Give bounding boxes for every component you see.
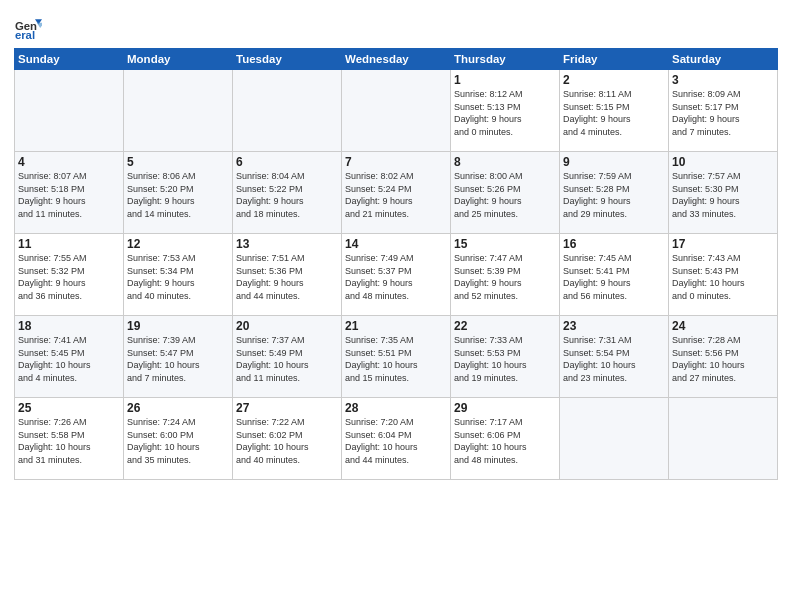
calendar-week-3: 11Sunrise: 7:55 AM Sunset: 5:32 PM Dayli…	[15, 234, 778, 316]
day-number: 23	[563, 319, 665, 333]
calendar-week-4: 18Sunrise: 7:41 AM Sunset: 5:45 PM Dayli…	[15, 316, 778, 398]
day-number: 27	[236, 401, 338, 415]
day-number: 10	[672, 155, 774, 169]
day-info: Sunrise: 7:24 AM Sunset: 6:00 PM Dayligh…	[127, 416, 229, 466]
calendar-week-1: 1Sunrise: 8:12 AM Sunset: 5:13 PM Daylig…	[15, 70, 778, 152]
calendar-cell: 12Sunrise: 7:53 AM Sunset: 5:34 PM Dayli…	[124, 234, 233, 316]
weekday-header-tuesday: Tuesday	[233, 49, 342, 70]
day-info: Sunrise: 7:26 AM Sunset: 5:58 PM Dayligh…	[18, 416, 120, 466]
day-info: Sunrise: 7:41 AM Sunset: 5:45 PM Dayligh…	[18, 334, 120, 384]
calendar-cell: 4Sunrise: 8:07 AM Sunset: 5:18 PM Daylig…	[15, 152, 124, 234]
day-info: Sunrise: 8:06 AM Sunset: 5:20 PM Dayligh…	[127, 170, 229, 220]
day-info: Sunrise: 7:20 AM Sunset: 6:04 PM Dayligh…	[345, 416, 447, 466]
calendar-cell: 8Sunrise: 8:00 AM Sunset: 5:26 PM Daylig…	[451, 152, 560, 234]
day-number: 20	[236, 319, 338, 333]
calendar-cell: 20Sunrise: 7:37 AM Sunset: 5:49 PM Dayli…	[233, 316, 342, 398]
weekday-header-friday: Friday	[560, 49, 669, 70]
calendar-cell: 17Sunrise: 7:43 AM Sunset: 5:43 PM Dayli…	[669, 234, 778, 316]
calendar-cell: 23Sunrise: 7:31 AM Sunset: 5:54 PM Dayli…	[560, 316, 669, 398]
day-number: 13	[236, 237, 338, 251]
calendar-cell	[669, 398, 778, 480]
weekday-header-sunday: Sunday	[15, 49, 124, 70]
calendar-cell	[560, 398, 669, 480]
day-number: 9	[563, 155, 665, 169]
day-info: Sunrise: 7:43 AM Sunset: 5:43 PM Dayligh…	[672, 252, 774, 302]
calendar-cell: 18Sunrise: 7:41 AM Sunset: 5:45 PM Dayli…	[15, 316, 124, 398]
calendar-cell: 25Sunrise: 7:26 AM Sunset: 5:58 PM Dayli…	[15, 398, 124, 480]
calendar-cell: 24Sunrise: 7:28 AM Sunset: 5:56 PM Dayli…	[669, 316, 778, 398]
page: Gen eral SundayMondayTuesdayWednesdayThu…	[0, 0, 792, 612]
svg-marker-3	[37, 23, 42, 28]
day-info: Sunrise: 7:28 AM Sunset: 5:56 PM Dayligh…	[672, 334, 774, 384]
calendar-cell	[233, 70, 342, 152]
weekday-header-monday: Monday	[124, 49, 233, 70]
day-info: Sunrise: 7:17 AM Sunset: 6:06 PM Dayligh…	[454, 416, 556, 466]
calendar-cell: 5Sunrise: 8:06 AM Sunset: 5:20 PM Daylig…	[124, 152, 233, 234]
calendar-cell: 7Sunrise: 8:02 AM Sunset: 5:24 PM Daylig…	[342, 152, 451, 234]
day-number: 7	[345, 155, 447, 169]
calendar-cell: 16Sunrise: 7:45 AM Sunset: 5:41 PM Dayli…	[560, 234, 669, 316]
calendar-cell: 6Sunrise: 8:04 AM Sunset: 5:22 PM Daylig…	[233, 152, 342, 234]
weekday-header-row: SundayMondayTuesdayWednesdayThursdayFrid…	[15, 49, 778, 70]
day-number: 11	[18, 237, 120, 251]
day-info: Sunrise: 8:00 AM Sunset: 5:26 PM Dayligh…	[454, 170, 556, 220]
calendar-cell: 27Sunrise: 7:22 AM Sunset: 6:02 PM Dayli…	[233, 398, 342, 480]
weekday-header-thursday: Thursday	[451, 49, 560, 70]
day-info: Sunrise: 8:09 AM Sunset: 5:17 PM Dayligh…	[672, 88, 774, 138]
logo-icon: Gen eral	[14, 14, 42, 42]
day-info: Sunrise: 8:02 AM Sunset: 5:24 PM Dayligh…	[345, 170, 447, 220]
day-info: Sunrise: 7:31 AM Sunset: 5:54 PM Dayligh…	[563, 334, 665, 384]
day-number: 5	[127, 155, 229, 169]
calendar-cell: 15Sunrise: 7:47 AM Sunset: 5:39 PM Dayli…	[451, 234, 560, 316]
day-info: Sunrise: 8:12 AM Sunset: 5:13 PM Dayligh…	[454, 88, 556, 138]
day-info: Sunrise: 7:55 AM Sunset: 5:32 PM Dayligh…	[18, 252, 120, 302]
calendar-cell: 13Sunrise: 7:51 AM Sunset: 5:36 PM Dayli…	[233, 234, 342, 316]
calendar-week-2: 4Sunrise: 8:07 AM Sunset: 5:18 PM Daylig…	[15, 152, 778, 234]
day-number: 19	[127, 319, 229, 333]
day-info: Sunrise: 7:49 AM Sunset: 5:37 PM Dayligh…	[345, 252, 447, 302]
day-number: 25	[18, 401, 120, 415]
day-number: 21	[345, 319, 447, 333]
day-info: Sunrise: 7:39 AM Sunset: 5:47 PM Dayligh…	[127, 334, 229, 384]
calendar-cell: 3Sunrise: 8:09 AM Sunset: 5:17 PM Daylig…	[669, 70, 778, 152]
calendar-cell: 28Sunrise: 7:20 AM Sunset: 6:04 PM Dayli…	[342, 398, 451, 480]
calendar-cell: 19Sunrise: 7:39 AM Sunset: 5:47 PM Dayli…	[124, 316, 233, 398]
calendar-cell	[342, 70, 451, 152]
day-number: 29	[454, 401, 556, 415]
day-number: 3	[672, 73, 774, 87]
day-info: Sunrise: 8:11 AM Sunset: 5:15 PM Dayligh…	[563, 88, 665, 138]
day-info: Sunrise: 7:37 AM Sunset: 5:49 PM Dayligh…	[236, 334, 338, 384]
calendar-cell: 21Sunrise: 7:35 AM Sunset: 5:51 PM Dayli…	[342, 316, 451, 398]
day-number: 2	[563, 73, 665, 87]
day-info: Sunrise: 7:47 AM Sunset: 5:39 PM Dayligh…	[454, 252, 556, 302]
day-number: 16	[563, 237, 665, 251]
calendar-cell: 11Sunrise: 7:55 AM Sunset: 5:32 PM Dayli…	[15, 234, 124, 316]
day-info: Sunrise: 7:22 AM Sunset: 6:02 PM Dayligh…	[236, 416, 338, 466]
calendar-cell: 1Sunrise: 8:12 AM Sunset: 5:13 PM Daylig…	[451, 70, 560, 152]
day-number: 26	[127, 401, 229, 415]
calendar-cell: 9Sunrise: 7:59 AM Sunset: 5:28 PM Daylig…	[560, 152, 669, 234]
svg-text:eral: eral	[15, 29, 35, 41]
calendar-cell	[15, 70, 124, 152]
calendar-cell: 29Sunrise: 7:17 AM Sunset: 6:06 PM Dayli…	[451, 398, 560, 480]
day-number: 24	[672, 319, 774, 333]
day-number: 12	[127, 237, 229, 251]
day-info: Sunrise: 7:35 AM Sunset: 5:51 PM Dayligh…	[345, 334, 447, 384]
day-number: 17	[672, 237, 774, 251]
calendar-cell: 26Sunrise: 7:24 AM Sunset: 6:00 PM Dayli…	[124, 398, 233, 480]
day-info: Sunrise: 7:59 AM Sunset: 5:28 PM Dayligh…	[563, 170, 665, 220]
calendar-cell: 2Sunrise: 8:11 AM Sunset: 5:15 PM Daylig…	[560, 70, 669, 152]
day-number: 4	[18, 155, 120, 169]
calendar-cell: 14Sunrise: 7:49 AM Sunset: 5:37 PM Dayli…	[342, 234, 451, 316]
day-info: Sunrise: 7:57 AM Sunset: 5:30 PM Dayligh…	[672, 170, 774, 220]
day-number: 28	[345, 401, 447, 415]
day-number: 14	[345, 237, 447, 251]
calendar-week-5: 25Sunrise: 7:26 AM Sunset: 5:58 PM Dayli…	[15, 398, 778, 480]
calendar-cell: 22Sunrise: 7:33 AM Sunset: 5:53 PM Dayli…	[451, 316, 560, 398]
calendar-cell	[124, 70, 233, 152]
header: Gen eral	[14, 10, 778, 42]
day-info: Sunrise: 7:45 AM Sunset: 5:41 PM Dayligh…	[563, 252, 665, 302]
day-info: Sunrise: 7:53 AM Sunset: 5:34 PM Dayligh…	[127, 252, 229, 302]
day-info: Sunrise: 7:51 AM Sunset: 5:36 PM Dayligh…	[236, 252, 338, 302]
calendar-table: SundayMondayTuesdayWednesdayThursdayFrid…	[14, 48, 778, 480]
